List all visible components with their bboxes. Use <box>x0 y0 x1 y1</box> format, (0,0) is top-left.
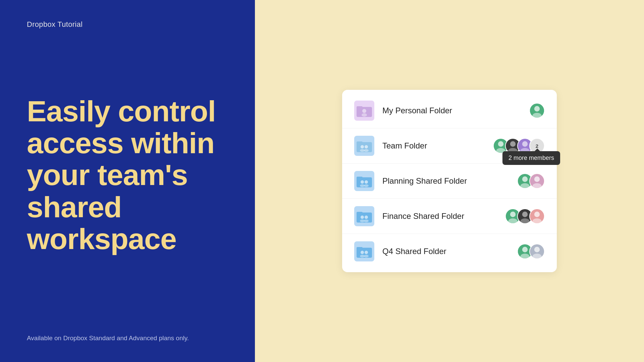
svg-point-37 <box>365 216 368 219</box>
folder-icon-finance <box>354 206 374 226</box>
folder-icon-team <box>354 136 374 156</box>
svg-point-20 <box>522 141 528 146</box>
folder-name-planning: Planning Shared Folder <box>382 176 517 186</box>
svg-point-26 <box>360 184 365 187</box>
folder-card: My Personal Folder <box>342 90 557 272</box>
svg-point-27 <box>364 184 369 187</box>
folder-name-team: Team Folder <box>382 141 493 150</box>
svg-point-39 <box>364 220 369 222</box>
avatars-finance <box>505 208 545 224</box>
folder-icon-planning <box>354 171 374 191</box>
tutorial-label: Dropbox Tutorial <box>27 20 228 29</box>
svg-point-51 <box>361 251 364 254</box>
svg-point-59 <box>534 247 540 252</box>
svg-point-38 <box>360 220 365 222</box>
svg-rect-1 <box>357 106 363 109</box>
svg-point-9 <box>361 145 364 148</box>
folder-icon-personal <box>354 101 374 121</box>
left-panel: Dropbox Tutorial Easily control access w… <box>0 0 255 362</box>
right-panel: My Personal Folder <box>255 0 644 362</box>
svg-rect-50 <box>357 247 363 250</box>
svg-point-47 <box>534 212 540 217</box>
svg-point-54 <box>364 255 369 257</box>
svg-point-44 <box>522 212 528 217</box>
svg-point-32 <box>534 176 540 182</box>
avatar-finance-3 <box>529 208 545 224</box>
svg-point-11 <box>360 149 365 152</box>
svg-point-17 <box>510 141 516 146</box>
svg-point-52 <box>365 251 368 254</box>
svg-point-29 <box>522 176 528 182</box>
folder-row-planning[interactable]: Planning Shared Folder <box>342 164 557 199</box>
svg-point-10 <box>365 145 368 148</box>
headline: Easily control access within your team's… <box>27 95 228 254</box>
svg-point-2 <box>362 109 366 113</box>
folder-name-personal: My Personal Folder <box>382 106 529 115</box>
folder-name-q4: Q4 Shared Folder <box>382 247 517 256</box>
avatar-1 <box>529 103 545 118</box>
avatars-planning <box>517 173 545 189</box>
svg-rect-23 <box>357 177 363 179</box>
svg-point-5 <box>534 106 540 111</box>
avatars-personal <box>529 103 545 118</box>
svg-point-41 <box>510 212 516 217</box>
folder-icon-q4 <box>354 241 374 261</box>
folder-row-personal[interactable]: My Personal Folder <box>342 93 557 128</box>
folder-row-finance[interactable]: Finance Shared Folder <box>342 199 557 234</box>
svg-point-14 <box>498 141 503 146</box>
svg-rect-8 <box>357 141 363 144</box>
avatars-q4 <box>517 244 545 259</box>
folder-name-finance: Finance Shared Folder <box>382 212 505 221</box>
svg-point-3 <box>362 113 367 117</box>
folder-row-team[interactable]: Team Folder <box>342 128 557 164</box>
svg-point-12 <box>364 149 369 152</box>
folder-row-q4[interactable]: Q4 Shared Folder <box>342 234 557 269</box>
tooltip-team: 2 more members <box>502 151 560 165</box>
svg-point-53 <box>360 255 365 257</box>
svg-point-24 <box>361 180 364 184</box>
footer-note: Available on Dropbox Standard and Advanc… <box>27 335 228 342</box>
avatar-planning-2 <box>529 173 545 189</box>
svg-point-56 <box>522 247 528 252</box>
svg-point-36 <box>361 216 364 219</box>
svg-rect-35 <box>357 212 363 215</box>
svg-point-25 <box>365 180 368 184</box>
avatar-q4-2 <box>529 244 545 259</box>
